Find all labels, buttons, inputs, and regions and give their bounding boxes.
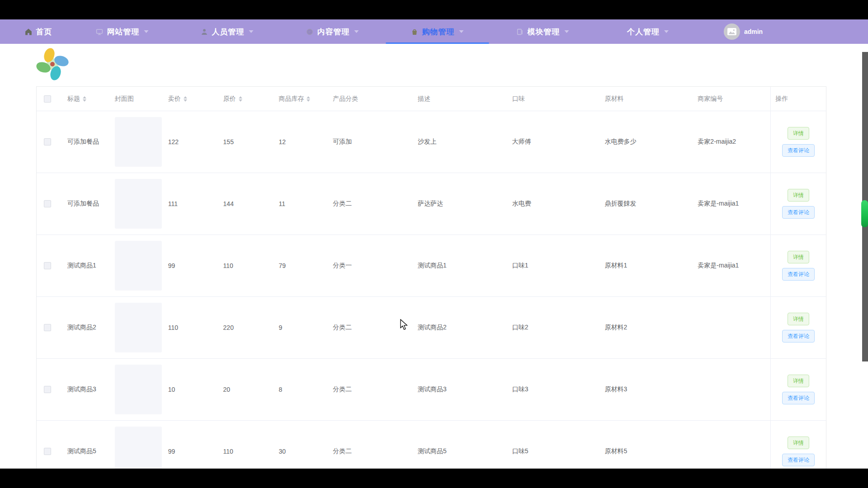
content-icon: [306, 28, 314, 36]
detail-button[interactable]: 详情: [788, 375, 809, 387]
sort-arrows-icon[interactable]: [83, 96, 86, 102]
detail-button[interactable]: 详情: [788, 189, 809, 202]
cell-category: 分类二: [328, 359, 413, 420]
scrollbar-thumb[interactable]: [861, 200, 868, 227]
cell-flavor: 口味3: [508, 359, 600, 420]
sort-arrows-icon[interactable]: [184, 96, 187, 102]
letterbox-bottom: [0, 469, 868, 488]
user-menu[interactable]: admin: [724, 19, 763, 44]
cell-sell-price: 122: [164, 111, 219, 173]
cell-orig-price: 220: [219, 297, 274, 358]
side-scrollbar[interactable]: [862, 52, 868, 361]
nav-item-content-mgmt[interactable]: 内容管理: [306, 19, 359, 44]
cell-actions: 详情 查看评论: [770, 235, 826, 296]
cell-stock: 79: [274, 235, 328, 296]
cell-flavor: 口味2: [508, 297, 600, 358]
cell-description: 萨达萨达: [413, 173, 508, 235]
select-all-checkbox[interactable]: [44, 95, 51, 103]
view-comments-button[interactable]: 查看评论: [782, 454, 815, 466]
cover-image-placeholder: [115, 365, 162, 414]
view-comments-button[interactable]: 查看评论: [782, 392, 815, 404]
view-comments-button[interactable]: 查看评论: [782, 206, 815, 219]
cell-sell-price: 111: [164, 173, 219, 235]
pinwheel-logo-icon: [32, 46, 73, 82]
row-checkbox[interactable]: [44, 386, 51, 393]
products-table: 标题 封面图 卖价 原价 商品库存 产品分类 描述 口味 原材料 商家编号 操作…: [36, 86, 826, 483]
cell-title: 测试商品1: [63, 235, 110, 296]
cell-description: 测试商品1: [413, 235, 508, 296]
cover-image-placeholder: [115, 303, 162, 352]
row-checkbox[interactable]: [44, 324, 51, 331]
view-comments-button[interactable]: 查看评论: [782, 144, 815, 157]
header-merchant-id: 商家编号: [693, 87, 770, 111]
cell-category: 可添加: [328, 111, 413, 173]
cell-material: 原材料2: [600, 297, 693, 358]
cell-orig-price: 144: [219, 173, 274, 235]
cell-cover: [110, 359, 164, 420]
cell-orig-price: 110: [219, 235, 274, 296]
cell-flavor: 大师傅: [508, 111, 600, 173]
cell-cover: [110, 235, 164, 296]
cell-category: 分类一: [328, 235, 413, 296]
row-checkbox[interactable]: [44, 200, 51, 207]
nav-item-site-mgmt[interactable]: 网站管理: [96, 19, 149, 44]
view-comments-button[interactable]: 查看评论: [782, 330, 815, 343]
sort-arrows-icon[interactable]: [307, 96, 310, 102]
row-checkbox[interactable]: [44, 138, 51, 145]
nav-item-label: 首页: [36, 27, 52, 37]
module-icon: [516, 28, 524, 36]
chevron-down-icon: [459, 30, 464, 33]
chevron-down-icon: [664, 30, 669, 33]
cell-description: 测试商品3: [413, 359, 508, 420]
cell-stock: 11: [274, 173, 328, 235]
cell-title: 测试商品3: [63, 359, 110, 420]
row-checkbox[interactable]: [44, 448, 51, 455]
table-row: 测试商品1 99 110 79 分类一 测试商品1 口味1 原材料1 卖家是-m…: [37, 235, 826, 297]
nav-item-module-mgmt[interactable]: 模块管理: [516, 19, 569, 44]
admin-username: admin: [744, 28, 763, 35]
cover-image-placeholder: [115, 241, 162, 291]
table-body: 可添加餐品 122 155 12 可添加 沙发上 大师傅 水电费多少 卖家2-m…: [37, 111, 826, 483]
cover-image-placeholder: [115, 179, 162, 229]
letterbox-top: [0, 0, 868, 19]
detail-button[interactable]: 详情: [788, 436, 809, 449]
cell-flavor: 水电费: [508, 173, 600, 235]
shopping-bag-icon: [411, 28, 419, 36]
table-row: 可添加餐品 122 155 12 可添加 沙发上 大师傅 水电费多少 卖家2-m…: [37, 111, 826, 173]
table-row: 测试商品3 10 20 8 分类二 测试商品3 口味3 原材料3 详情 查看评论: [37, 359, 826, 421]
header-stock: 商品库存: [274, 87, 328, 111]
header-description: 描述: [413, 87, 508, 111]
cell-flavor: 口味1: [508, 235, 600, 296]
nav-item-label: 个人管理: [627, 27, 660, 37]
header-category: 产品分类: [328, 87, 413, 111]
chevron-down-icon: [565, 30, 569, 33]
home-icon: [25, 28, 33, 36]
cover-image-placeholder: [115, 117, 162, 167]
detail-button[interactable]: 详情: [788, 251, 809, 263]
header-orig-price: 原价: [219, 87, 274, 111]
table-header-row: 标题 封面图 卖价 原价 商品库存 产品分类 描述 口味 原材料 商家编号 操作: [37, 87, 826, 111]
site-logo: [32, 46, 73, 84]
nav-item-shopping-mgmt[interactable]: 购物管理: [411, 19, 464, 44]
detail-button[interactable]: 详情: [788, 313, 809, 325]
table-row: 测试商品2 110 220 9 分类二 测试商品2 口味2 原材料2 详情 查看…: [37, 297, 826, 359]
cell-actions: 详情 查看评论: [770, 359, 826, 420]
cell-stock: 9: [274, 297, 328, 358]
row-checkbox[interactable]: [44, 262, 51, 269]
cell-category: 分类二: [328, 297, 413, 358]
cell-description: 沙发上: [413, 111, 508, 173]
main-navbar: 首页 网站管理 人员管理 内容管理 购物管理 模块管理: [0, 19, 868, 44]
nav-item-home[interactable]: 首页: [25, 19, 52, 44]
cell-title: 测试商品2: [63, 297, 110, 358]
header-sell-price: 卖价: [164, 87, 219, 111]
nav-item-profile-mgmt[interactable]: 个人管理: [627, 19, 669, 44]
cell-material: 鼎折覆餗发: [600, 173, 693, 235]
cell-cover: [110, 173, 164, 235]
sort-arrows-icon[interactable]: [239, 96, 242, 102]
view-comments-button[interactable]: 查看评论: [782, 268, 815, 281]
monitor-icon: [96, 28, 104, 36]
cell-material: 原材料1: [600, 235, 693, 296]
cell-stock: 12: [274, 111, 328, 173]
detail-button[interactable]: 详情: [788, 127, 809, 140]
nav-item-personnel-mgmt[interactable]: 人员管理: [201, 19, 254, 44]
